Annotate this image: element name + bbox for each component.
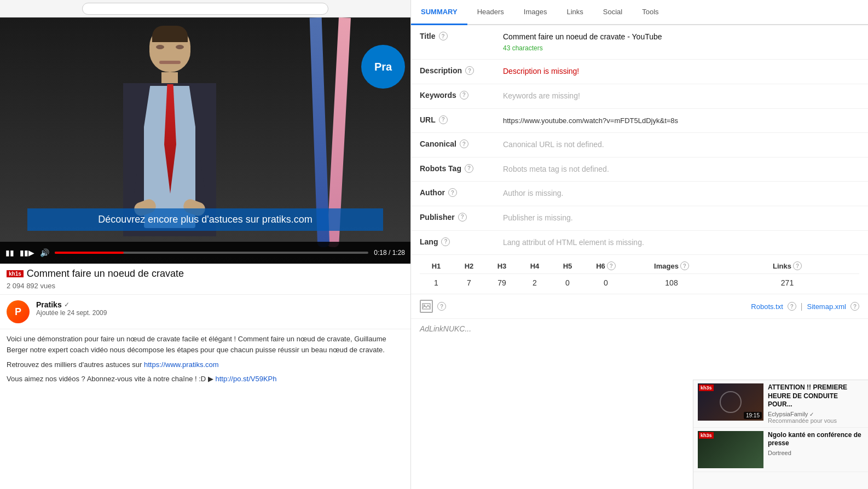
- left-panel: comment faire un noeud de cravate: [0, 0, 410, 489]
- robots-row: Robots Tag ? Robots meta tag is not defi…: [411, 158, 868, 182]
- svg-point-1: [424, 305, 425, 306]
- h3-badge-2: kh3s: [699, 432, 714, 439]
- links-info-icon[interactable]: ?: [793, 261, 802, 270]
- author-info-icon[interactable]: ?: [448, 188, 457, 197]
- title-value: Comment faire un noeud de cravate - YouT…: [503, 32, 859, 43]
- h2-value: 7: [453, 278, 485, 287]
- description-label: Description: [420, 66, 462, 75]
- stats-section: H1 H2 H3 H4 H5 H6 ? Images ? Links: [411, 255, 868, 294]
- lang-value: Lang attribut of HTML element is missing…: [503, 238, 644, 247]
- video-info: kh1s Comment faire un noeud de cravate 2…: [0, 264, 410, 295]
- channel-link[interactable]: http://po.st/V59KPh: [215, 375, 276, 383]
- h5-value: 0: [551, 278, 584, 287]
- robots-txt-link[interactable]: Robots.txt: [751, 302, 783, 311]
- channel-avatar: P: [7, 300, 30, 323]
- tab-images[interactable]: Images: [514, 0, 557, 25]
- links-header: Links ?: [715, 261, 859, 270]
- video-subtitle: Découvrez encore plus d'astuces sur prat…: [27, 208, 383, 231]
- title-label: Title: [420, 32, 436, 40]
- pratiks-link[interactable]: https://www.pratiks.com: [144, 360, 219, 369]
- tab-headers[interactable]: Headers: [467, 0, 514, 25]
- duration-1: 19:15: [744, 412, 762, 419]
- thumbnail-item-2[interactable]: kh3s Ngolo kanté en conférence de presse…: [693, 428, 868, 472]
- progress-fill: [55, 252, 124, 254]
- h1-value: 1: [420, 278, 453, 287]
- author-value: Author is missing.: [503, 189, 563, 197]
- h2-header: H2: [453, 262, 485, 270]
- links-value: 271: [715, 278, 859, 287]
- thumb-image-1: kh3s 19:15: [698, 383, 763, 421]
- title-row: Title ? Comment faire un noeud de cravat…: [411, 25, 868, 60]
- desc-para2: Retrouvez des milliers d'autres astuces …: [7, 359, 404, 370]
- robots-info-icon[interactable]: ?: [465, 164, 473, 173]
- tab-links[interactable]: Links: [557, 0, 593, 25]
- tab-social[interactable]: Social: [593, 0, 632, 25]
- volume-button[interactable]: 🔊: [40, 248, 49, 257]
- robots-txt-info-icon[interactable]: ?: [788, 302, 796, 311]
- channel-name[interactable]: Pratiks: [36, 300, 62, 309]
- verified-icon: ✓: [64, 301, 70, 308]
- keywords-row: Keywords ? Keywords are missing!: [411, 84, 868, 109]
- image-info-icon[interactable]: ?: [437, 302, 446, 311]
- description-row: Description ? Description is missing!: [411, 60, 868, 84]
- thumb-title-2: Ngolo kanté en conférence de presse: [768, 431, 864, 448]
- description-info-icon[interactable]: ?: [465, 66, 474, 75]
- h4-header: H4: [518, 262, 551, 270]
- canonical-row: Canonical ? Canonical URL is not defined…: [411, 133, 868, 158]
- canonical-label: Canonical: [420, 139, 456, 148]
- video-container: Pra Découvrez encore plus d'astuces sur …: [0, 18, 410, 264]
- h6-header: H6 ?: [584, 261, 628, 270]
- sitemap-xml-link[interactable]: Sitemap.xml: [807, 302, 846, 311]
- thumb-info-2: Ngolo kanté en conférence de presse Dort…: [768, 431, 864, 468]
- video-thumbnail: Pra Découvrez encore plus d'astuces sur …: [0, 18, 410, 264]
- h3-badge-1: kh3s: [699, 385, 714, 391]
- thumbnails-panel: kh3s 19:15 ATTENTION !! PREMIERE HEURE D…: [693, 380, 868, 489]
- description-value: Description is missing!: [503, 67, 579, 75]
- lang-row: Lang ? Lang attribut of HTML element is …: [411, 231, 868, 255]
- sitemap-info-icon[interactable]: ?: [850, 302, 859, 311]
- keywords-info-icon[interactable]: ?: [460, 91, 468, 100]
- h1-badge: kh1s: [7, 270, 24, 277]
- h4-value: 2: [518, 278, 551, 287]
- url-input[interactable]: comment faire un noeud de cravate: [82, 3, 328, 15]
- robots-label: Robots Tag: [420, 164, 461, 173]
- bottom-hint: AdLinkNUKC...: [411, 319, 868, 339]
- url-info-icon[interactable]: ?: [439, 115, 448, 124]
- h3-header: H3: [485, 262, 518, 270]
- tab-tools[interactable]: Tools: [632, 0, 668, 25]
- h6-info-icon[interactable]: ?: [607, 261, 616, 270]
- canonical-info-icon[interactable]: ?: [460, 139, 468, 148]
- thumb-channel-1: EclypsiаFamily ✓: [768, 411, 864, 417]
- stats-header-row: H1 H2 H3 H4 H5 H6 ? Images ? Links: [420, 261, 859, 274]
- h6-value: 0: [584, 278, 628, 287]
- thumbnail-item-1[interactable]: kh3s 19:15 ATTENTION !! PREMIERE HEURE D…: [693, 380, 868, 428]
- images-value: 108: [628, 278, 715, 287]
- thumb-meta-1: Recommandée pour vous: [768, 417, 864, 424]
- h3-value: 79: [485, 278, 518, 287]
- publisher-info-icon[interactable]: ?: [458, 213, 467, 222]
- image-icon: [420, 300, 433, 313]
- author-row: Author ? Author is missing.: [411, 182, 868, 206]
- play-button[interactable]: ▮▮: [5, 248, 14, 257]
- tab-summary[interactable]: SUMMARY: [411, 0, 467, 25]
- description-section: Voici une démonstration pour faire un nœ…: [0, 329, 410, 388]
- images-info-icon[interactable]: ?: [680, 261, 689, 270]
- footer-row: ? Robots.txt ? | Sitemap.xml ?: [411, 294, 868, 319]
- upload-date: Ajoutée le 24 sept. 2009: [36, 309, 404, 317]
- char-count: 43 characters: [503, 44, 859, 53]
- desc-para1: Voici une démonstration pour faire un nœ…: [7, 334, 404, 355]
- robots-value: Robots meta tag is not defined.: [503, 165, 609, 173]
- channel-badge: Pra: [361, 45, 405, 89]
- keywords-value: Keywords are missing!: [503, 91, 580, 100]
- publisher-row: Publisher ? Publisher is missing.: [411, 206, 868, 231]
- h5-header: H5: [551, 262, 584, 270]
- title-info-icon[interactable]: ?: [439, 32, 448, 40]
- h1-header: H1: [420, 262, 453, 270]
- progress-bar[interactable]: [55, 252, 368, 254]
- skip-button[interactable]: ▮▮▶: [20, 248, 34, 257]
- url-label: URL: [420, 115, 436, 124]
- keywords-label: Keywords: [420, 91, 456, 100]
- lang-info-icon[interactable]: ?: [441, 237, 450, 246]
- channel-section: P Pratiks ✓ Ajoutée le 24 sept. 2009: [0, 295, 410, 329]
- images-header: Images ?: [628, 261, 715, 270]
